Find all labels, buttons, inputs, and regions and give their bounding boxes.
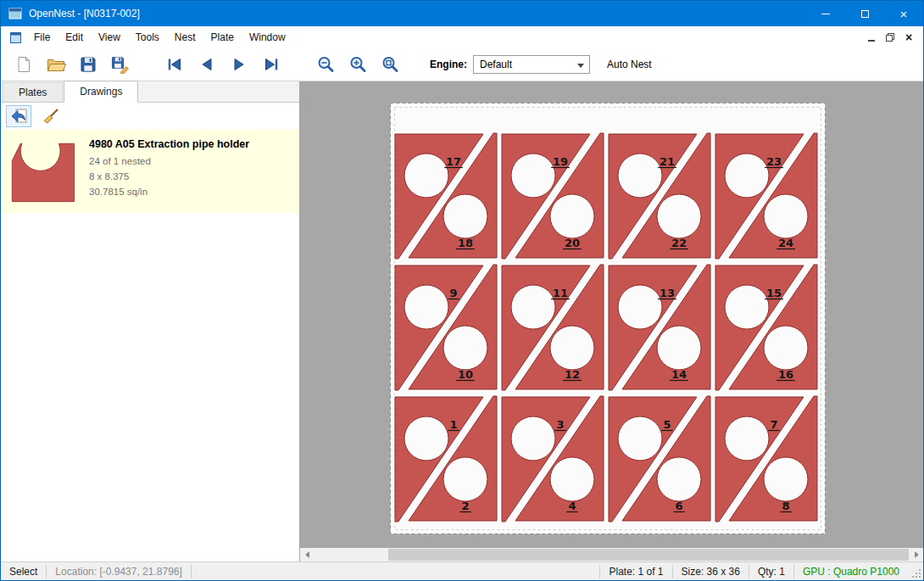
part-number: 21	[660, 155, 675, 168]
drawing-area: 30.7815 sq/in	[89, 185, 249, 200]
scrollbar-thumb[interactable]	[388, 549, 909, 561]
menu-plate[interactable]: Plate	[203, 27, 242, 47]
chevron-down-icon	[577, 64, 584, 68]
new-document-icon	[14, 55, 33, 74]
part-number: 9	[449, 287, 457, 299]
menu-nest[interactable]: Nest	[167, 27, 203, 47]
scroll-left-button[interactable]	[300, 548, 314, 561]
part-number: 3	[556, 418, 564, 431]
status-location: Location: [-0.9437, 21.8796]	[47, 566, 190, 578]
part-number: 12	[565, 368, 580, 381]
zoom-in-button[interactable]	[342, 51, 374, 78]
minimize-icon	[868, 40, 875, 42]
left-panel: Plates Drawings 4980 A05 Extraction pipe…	[1, 81, 300, 561]
menu-edit[interactable]: Edit	[58, 27, 91, 47]
part-number: 11	[553, 287, 568, 299]
menu-window[interactable]: Window	[242, 27, 293, 47]
drawing-title: 4980 A05 Extraction pipe holder	[89, 138, 249, 150]
part-number: 7	[770, 418, 777, 431]
part-number: 10	[458, 368, 473, 381]
status-gpu: GPU : Quadro P1000	[794, 566, 908, 578]
status-plate: Plate: 1 of 1	[600, 566, 671, 578]
reload-drawing-button[interactable]	[6, 105, 31, 127]
arrow-right-icon	[915, 551, 919, 558]
part-number: 18	[458, 237, 473, 249]
part-number: 5	[663, 418, 671, 431]
part-number: 8	[782, 500, 789, 512]
titlebar: OpenNest - [N0317-002] ×	[1, 1, 923, 26]
part-number: 19	[553, 155, 568, 168]
resize-grip[interactable]	[910, 567, 923, 580]
mdi-close-button[interactable]: ×	[899, 29, 918, 46]
minimize-button[interactable]	[806, 1, 845, 26]
canvas-horizontal-scrollbar[interactable]	[300, 548, 923, 561]
clear-nest-button[interactable]	[38, 105, 64, 127]
part-number: 1	[449, 418, 457, 431]
part-number: 23	[766, 155, 782, 168]
nest-canvas[interactable]: 171819202122232491011121314151612345678	[300, 81, 923, 561]
open-folder-icon	[46, 55, 66, 74]
engine-value: Default	[480, 59, 512, 70]
part-number: 6	[675, 500, 682, 512]
save-edit-icon	[110, 55, 131, 74]
part-number: 2	[461, 500, 469, 512]
part-number: 13	[660, 287, 675, 299]
scroll-right-button[interactable]	[910, 548, 923, 561]
menu-tools[interactable]: Tools	[128, 27, 167, 47]
arrow-left-icon	[305, 551, 309, 558]
window-controls: ×	[806, 1, 923, 26]
zoom-fit-button[interactable]	[374, 51, 406, 78]
status-mode: Select	[1, 566, 46, 578]
previous-plate-button[interactable]	[191, 51, 223, 78]
drawing-item-text: 4980 A05 Extraction pipe holder 24 of 1 …	[89, 137, 249, 204]
maximize-button[interactable]	[845, 1, 884, 26]
drawing-nested-count: 24 of 1 nested	[89, 154, 249, 170]
first-plate-button[interactable]	[159, 51, 191, 78]
broom-icon	[42, 108, 60, 125]
maximize-icon	[861, 10, 869, 18]
mdi-minimize-button[interactable]	[862, 29, 881, 46]
part-number: 17	[446, 155, 461, 168]
next-plate-button[interactable]	[223, 51, 255, 78]
close-icon: ×	[905, 31, 912, 44]
scrollbar-track[interactable]	[314, 548, 910, 561]
drawing-list-item[interactable]: 4980 A05 Extraction pipe holder 24 of 1 …	[1, 130, 299, 213]
window-title: OpenNest - [N0317-002]	[29, 8, 140, 20]
mdi-restore-button[interactable]	[881, 29, 899, 46]
status-size: Size: 36 x 36	[673, 566, 749, 578]
status-qty: Qty: 1	[749, 566, 793, 578]
auto-nest-button[interactable]: Auto Nest	[607, 59, 652, 70]
engine-label: Engine:	[430, 59, 467, 70]
tabstrip: Plates Drawings	[1, 81, 299, 103]
blue-return-arrow-icon	[9, 108, 28, 125]
drawing-dimensions: 8 x 8.375	[89, 170, 249, 185]
zoom-fit-icon	[381, 55, 399, 74]
menu-view[interactable]: View	[91, 27, 128, 47]
previous-arrow-icon	[197, 55, 217, 74]
first-arrow-icon	[164, 55, 185, 74]
new-button[interactable]	[8, 51, 40, 78]
drawings-toolbar	[1, 103, 299, 130]
tab-drawings[interactable]: Drawings	[64, 81, 138, 103]
part-number: 16	[778, 368, 793, 381]
part-number: 22	[671, 237, 687, 249]
statusbar: Select Location: [-0.9437, 21.8796] Plat…	[1, 561, 923, 580]
menubar: File Edit View Tools Nest Plate Window ×	[1, 26, 923, 48]
zoom-out-button[interactable]	[309, 51, 342, 78]
zoom-in-icon	[348, 55, 367, 74]
menu-file[interactable]: File	[26, 27, 58, 47]
minimize-icon	[821, 14, 830, 14]
last-plate-button[interactable]	[255, 51, 287, 78]
document-icon[interactable]	[9, 31, 22, 44]
part-number: 15	[766, 287, 782, 299]
save-button[interactable]	[72, 51, 104, 78]
tab-plates[interactable]: Plates	[3, 82, 63, 102]
open-button[interactable]	[40, 51, 72, 78]
engine-select[interactable]: Default	[473, 55, 590, 74]
close-button[interactable]: ×	[884, 1, 923, 26]
nest-plate[interactable]: 171819202122232491011121314151612345678	[390, 103, 826, 534]
main-toolbar: Engine: Default Auto Nest	[1, 48, 923, 81]
part-number: 14	[671, 368, 687, 381]
save-as-button[interactable]	[104, 51, 136, 78]
drawings-list-empty-area	[1, 213, 299, 561]
